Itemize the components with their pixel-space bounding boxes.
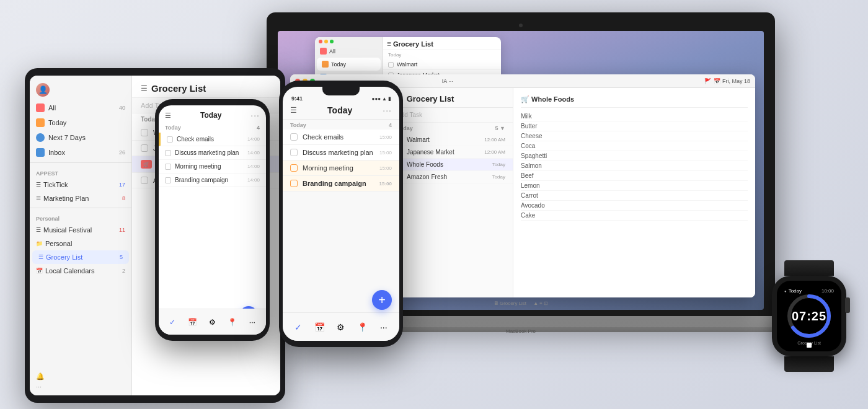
- ipad-musical-label: Musical Festival: [43, 226, 92, 234]
- phone-small-time-morning: 14:00: [247, 164, 260, 169]
- phone-small-cb-marketing[interactable]: [165, 150, 171, 156]
- phone-small-task-name-check: Check emails: [177, 136, 214, 143]
- ipad-next7-icon: [36, 133, 45, 142]
- phone-large-task-morning[interactable]: Morning meeting 15:00: [283, 161, 399, 176]
- mac-detail-coca: Coca: [521, 141, 748, 151]
- phone-large-time-morning: 15:00: [379, 165, 392, 171]
- phone-small-section: Today 4: [159, 123, 266, 133]
- ipad-nav-today[interactable]: Today: [30, 115, 131, 130]
- ipad-musical-festival[interactable]: ☰ Musical Festival 11: [30, 223, 131, 237]
- ipad-personal-label: Personal: [45, 240, 72, 247]
- phone-small-task-name-marketing: Discuss marketing plan: [175, 149, 239, 156]
- phone-large-time-marketing: 15:00: [379, 150, 392, 156]
- mac-list-title: Grocery List: [407, 94, 454, 103]
- phone-small-task-marketing[interactable]: Discuss marketing plan 14:00: [159, 146, 266, 160]
- ipad-inbox-badge: 26: [119, 149, 125, 156]
- mac-mini-yellow-dot[interactable]: [324, 40, 328, 43]
- watch-band-bottom: [784, 356, 834, 372]
- watch-band-top: [784, 260, 834, 276]
- mac-task-walmart[interactable]: Walmart 12:00 AM: [389, 134, 513, 146]
- mac-mini-all-label: All: [329, 48, 335, 55]
- phone-large-cb-branding[interactable]: [290, 180, 298, 187]
- ipad-grocery-badge: 5: [120, 254, 123, 260]
- ipad-marketing-plan[interactable]: ☰ Marketing Plan 8: [30, 191, 131, 205]
- mac-mini-nav-today[interactable]: Today: [317, 58, 381, 71]
- ipad-grocery-list[interactable]: ☰ Grocery List 5: [32, 250, 129, 264]
- phone-large-device: 9:41 ●●● ▲ ▮ ☰ Today ··· Today 4 Check e…: [279, 81, 403, 347]
- phone-small-task-name-morning: Morning meeting: [175, 163, 221, 170]
- phone-large-cb-marketing[interactable]: [290, 149, 298, 156]
- phone-large-tab-location[interactable]: 📍: [355, 320, 370, 335]
- phone-large-task-marketing: Discuss marketing plan: [303, 149, 373, 156]
- mac-mini-title: Grocery List: [393, 40, 433, 48]
- ipad-localcal-icon: 📅: [36, 268, 43, 274]
- ipad-cb-amazon[interactable]: [141, 177, 148, 184]
- phone-small-cb-branding[interactable]: [165, 177, 171, 183]
- watch-ring-container: 07:25: [784, 291, 834, 341]
- ipad-ticktick-badge: 17: [119, 182, 125, 188]
- phone-large-tab-check[interactable]: ✓: [291, 320, 306, 335]
- phone-large-dots: ···: [383, 105, 392, 115]
- ipad-marketing-label: Marketing Plan: [43, 195, 89, 202]
- phone-large-screen: 9:41 ●●● ▲ ▮ ☰ Today ··· Today 4 Check e…: [283, 87, 399, 341]
- mac-mini-green-dot[interactable]: [330, 40, 334, 43]
- mac-mini-task-walmart[interactable]: Walmart: [383, 59, 501, 70]
- phone-small-task-branding[interactable]: Branding campaign 14:00: [159, 174, 266, 187]
- mac-detail-cake: Cake: [521, 211, 748, 221]
- phone-large-task-marketing[interactable]: Discuss marketing plan 15:00: [283, 145, 399, 161]
- phone-small-time-check: 14:00: [247, 136, 260, 142]
- phone-large-tab-calendar[interactable]: 📅: [312, 320, 327, 335]
- phone-large-fab[interactable]: +: [372, 290, 392, 310]
- ipad-local-cal[interactable]: 📅 Local Calendars 2: [30, 264, 131, 278]
- phone-large-notch: [322, 87, 360, 95]
- phone-large-time: 9:41: [291, 95, 303, 102]
- ipad-nav-all[interactable]: All 40: [30, 100, 131, 115]
- mac-flag-icon: 🚩: [704, 78, 711, 84]
- mac-mini-today-icon: [322, 61, 329, 68]
- ipad-personal[interactable]: 📁 Personal: [30, 237, 131, 250]
- mac-detail-cheese: Cheese: [521, 131, 748, 141]
- phone-small-task-check[interactable]: Check emails 14:00: [159, 133, 266, 146]
- phone-small-tab-settings[interactable]: ⚙: [206, 316, 218, 328]
- phone-large-cb-check[interactable]: [290, 133, 298, 141]
- ipad-ticktick-icon: ☰: [36, 182, 41, 188]
- phone-large-cb-morning[interactable]: [290, 164, 298, 172]
- mac-mini-nav-all[interactable]: All: [315, 45, 383, 58]
- macbook-camera: [519, 24, 523, 27]
- mac-task-list-panel: ☰ Grocery List Add Task Today 5 ▼ Walmar…: [389, 88, 513, 297]
- phone-small-cb-morning[interactable]: [165, 164, 171, 170]
- mac-mini-red-dot[interactable]: [319, 40, 322, 43]
- mac-add-task-field[interactable]: Add Task: [389, 108, 513, 123]
- mac-detail-divider: [521, 107, 748, 108]
- phone-large-tab-more[interactable]: ···: [376, 320, 391, 335]
- phone-large-time-check: 15:00: [379, 134, 392, 140]
- ipad-nav-inbox[interactable]: Inbox 26: [30, 145, 131, 160]
- phone-small-tab-more[interactable]: ···: [246, 316, 259, 328]
- ipad-main-title: Grocery List: [151, 83, 206, 94]
- phone-small-tab-calendar[interactable]: 📅: [186, 316, 198, 328]
- phone-small-cb-check[interactable]: [167, 136, 173, 143]
- ipad-cb-japanese[interactable]: [141, 144, 148, 152]
- ipad-personal-label: Personal: [30, 211, 131, 223]
- phone-large-task-branding[interactable]: Branding campaign 15:00: [283, 176, 399, 191]
- phone-small-screen: ☰ Today ··· Today 4 Check emails 14:00 D…: [159, 105, 266, 335]
- phone-wifi-icon: ▲: [382, 96, 387, 102]
- phone-large-task-check[interactable]: Check emails 15:00: [283, 130, 399, 145]
- ipad-ticktick[interactable]: ☰ TickTick 17: [30, 178, 131, 191]
- mac-task-japanese[interactable]: Japanese Market 12:00 AM: [389, 146, 513, 159]
- phone-battery-icon: ▮: [388, 96, 391, 102]
- watch-screen: ● Today 10:00 07:25 Grocery List: [777, 281, 841, 351]
- mac-mini-hamburger: ☰: [387, 42, 391, 47]
- mac-task-wholefoods[interactable]: Whole Foods Today: [389, 159, 513, 171]
- phone-small-task-morning[interactable]: Morning meeting 14:00: [159, 160, 266, 174]
- phone-large-tab-settings[interactable]: ⚙: [334, 320, 348, 335]
- phone-large-bottom-bar: ✓ 📅 ⚙ 📍 ···: [283, 312, 399, 341]
- phone-small-tab-check[interactable]: ✓: [166, 316, 179, 328]
- ipad-cb-walmart[interactable]: [141, 129, 148, 136]
- mac-mini-cb-walmart[interactable]: [388, 62, 394, 68]
- mac-time-japanese: 12:00 AM: [484, 149, 505, 155]
- phone-small-tab-location[interactable]: 📍: [226, 316, 239, 328]
- mac-task-amazon[interactable]: Amazon Fresh Today: [389, 171, 513, 183]
- ipad-nav-next7[interactable]: Next 7 Days: [30, 130, 131, 145]
- ipad-appest-label: APPEST: [30, 165, 131, 178]
